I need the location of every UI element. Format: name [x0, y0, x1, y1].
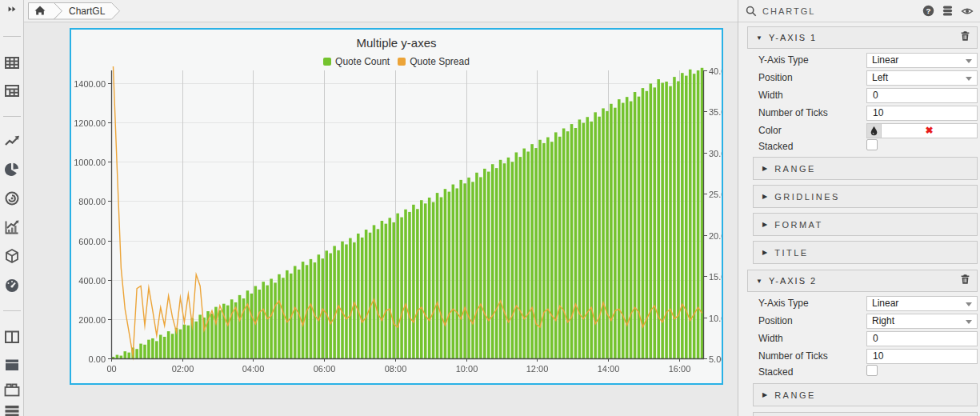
y-axis-1-ticks-input[interactable] — [866, 106, 978, 121]
section-next-partial — [753, 412, 978, 416]
collapse-triangle-icon: ▼ — [756, 34, 762, 42]
split-columns-icon[interactable] — [4, 329, 20, 345]
field-yaxis1-stacked: Stacked — [738, 139, 980, 154]
breadcrumb-label: ChartGL — [69, 6, 106, 17]
y-axis-2-ticks-input[interactable] — [866, 349, 978, 364]
svg-text:?: ? — [926, 6, 930, 15]
chart-widget[interactable]: Multiple y-axes Quote Count Quote Spread — [70, 28, 723, 385]
field-label: Position — [758, 72, 866, 83]
field-yaxis1-width: Width — [738, 86, 980, 104]
dark-layout-icon[interactable] — [4, 357, 20, 373]
rows-icon[interactable] — [4, 404, 20, 416]
y-axis-1-width-input[interactable] — [866, 88, 978, 103]
y-axis-1-color-picker: ✖ — [866, 123, 978, 138]
field-label: Width — [758, 90, 866, 101]
field-yaxis2-type: Y-Axis Type Linear — [738, 294, 980, 312]
legend-label-quote-count: Quote Count — [335, 56, 390, 67]
select-value: Linear — [872, 54, 898, 66]
data-layers-icon[interactable] — [941, 4, 954, 18]
field-label: Color — [758, 125, 866, 136]
section-title: Y-AXIS 1 — [769, 33, 960, 42]
toolbar-divider — [3, 310, 21, 311]
pie-chart-icon[interactable] — [4, 162, 20, 178]
y-axis-1-type-select[interactable]: Linear — [866, 53, 978, 68]
eye-icon[interactable] — [960, 4, 974, 18]
section-yaxis2-range[interactable]: ▶ RANGE — [753, 383, 978, 406]
toolbar-divider — [3, 36, 21, 37]
color-clear-button[interactable]: ✖ — [882, 123, 978, 138]
field-yaxis2-width: Width — [738, 330, 980, 347]
color-droplet-button[interactable] — [866, 123, 882, 138]
section-yaxis1-format[interactable]: ▶ FORMAT — [753, 213, 978, 236]
line-chart-icon[interactable] — [4, 133, 20, 149]
y-axis-1-stacked-checkbox[interactable] — [866, 139, 878, 150]
field-yaxis1-color: Color ✖ — [738, 122, 980, 139]
expand-triangle-icon: ▶ — [762, 221, 767, 228]
cube-3d-icon[interactable] — [4, 248, 20, 264]
panel-header: CHARTGL ? — [738, 0, 980, 22]
help-icon[interactable]: ? — [922, 4, 935, 18]
settings-panel: CHARTGL ? ▼ Y-AXIS 1 Y-Axis Type Linear … — [738, 0, 980, 416]
field-label: Stacked — [758, 141, 866, 152]
doughnut-chart-icon[interactable] — [4, 190, 20, 206]
field-yaxis1-ticks: Number of Ticks — [738, 104, 980, 122]
field-yaxis2-ticks: Number of Ticks — [738, 347, 980, 365]
section-title: GRIDLINES — [774, 192, 840, 202]
chevron-down-icon — [966, 59, 972, 63]
chevron-down-icon — [966, 77, 972, 81]
breadcrumb-chartgl[interactable]: ChartGL — [54, 3, 120, 20]
section-title: RANGE — [774, 390, 816, 400]
delete-axis-2-button[interactable] — [960, 274, 970, 288]
y-axis-2-type-select[interactable]: Linear — [866, 296, 978, 311]
trash-icon — [960, 30, 970, 42]
y-axis-2-stacked-checkbox[interactable] — [866, 365, 878, 376]
chart-plot-canvas[interactable] — [71, 66, 722, 380]
select-value: Left — [872, 72, 888, 83]
y-axis-2-position-select[interactable]: Right — [866, 314, 978, 329]
field-label: Y-Axis Type — [758, 54, 866, 66]
section-yaxis1-gridlines[interactable]: ▶ GRIDLINES — [753, 185, 978, 208]
chevron-down-icon — [966, 302, 972, 306]
expand-triangle-icon: ▶ — [762, 165, 767, 172]
select-value: Right — [872, 315, 894, 326]
section-y-axis-2[interactable]: ▼ Y-AXIS 2 — [747, 270, 978, 292]
field-yaxis2-stacked: Stacked — [738, 365, 980, 379]
breadcrumb-bar: ChartGL — [24, 0, 738, 22]
pivot-table-icon[interactable] — [4, 82, 20, 98]
section-yaxis1-title[interactable]: ▶ TITLE — [753, 241, 978, 264]
toolbar-divider — [3, 116, 21, 117]
legend-swatch-quote-count — [323, 58, 331, 66]
panel-search-label[interactable]: CHARTGL — [762, 6, 916, 16]
collapse-triangle-icon: ▼ — [756, 278, 762, 285]
y-axis-1-position-select[interactable]: Left — [866, 70, 978, 86]
window-tabs-icon[interactable] — [4, 382, 20, 398]
section-title: RANGE — [774, 164, 816, 174]
field-label: Number of Ticks — [758, 107, 866, 118]
expand-triangle-icon: ▶ — [762, 391, 767, 398]
field-yaxis2-position: Position Right — [738, 312, 980, 330]
delete-axis-1-button[interactable] — [960, 30, 970, 45]
field-label: Position — [758, 315, 866, 326]
chart-title: Multiple y-axes — [71, 36, 722, 50]
trash-icon — [960, 274, 970, 285]
area-chart-icon[interactable] — [4, 219, 20, 235]
legend-item-quote-count: Quote Count — [323, 56, 390, 67]
gauge-icon[interactable] — [4, 278, 20, 294]
field-yaxis1-type: Y-Axis Type Linear — [738, 51, 980, 69]
section-yaxis1-range[interactable]: ▶ RANGE — [753, 157, 978, 180]
field-label: Width — [758, 333, 866, 344]
section-y-axis-1[interactable]: ▼ Y-AXIS 1 — [747, 26, 978, 49]
select-value: Linear — [872, 298, 898, 309]
chevron-down-icon — [966, 320, 972, 324]
design-canvas: Multiple y-axes Quote Count Quote Spread — [24, 22, 738, 416]
search-icon — [746, 6, 757, 17]
clear-x-icon: ✖ — [925, 126, 933, 135]
y-axis-2-width-input[interactable] — [866, 331, 978, 346]
table-icon[interactable] — [4, 54, 20, 70]
legend-label-quote-spread: Quote Spread — [410, 56, 470, 67]
expand-chevrons-icon[interactable] — [4, 3, 20, 19]
droplet-icon — [870, 126, 878, 136]
field-label: Stacked — [758, 366, 866, 378]
legend-item-quote-spread: Quote Spread — [398, 56, 470, 67]
section-title: FORMAT — [774, 220, 823, 230]
